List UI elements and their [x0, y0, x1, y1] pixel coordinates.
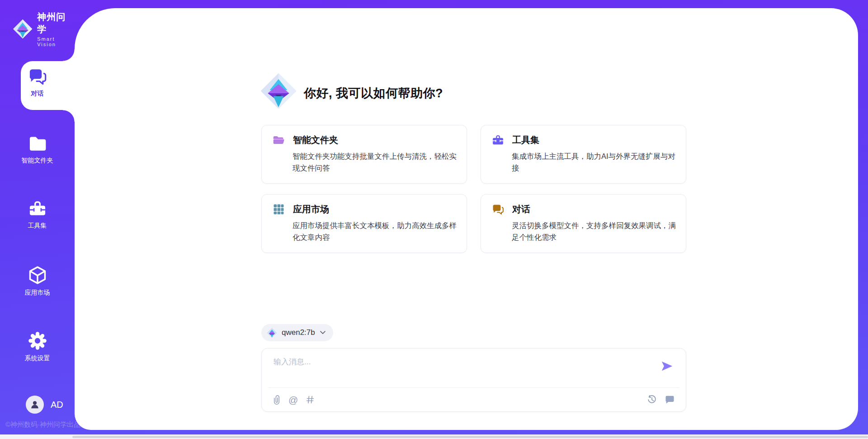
hash-icon	[306, 395, 315, 404]
active-nav-fillet-top	[63, 49, 75, 61]
user-initials: AD	[51, 400, 63, 410]
copyright-text: ©神州数码·神州问学出品	[5, 420, 78, 429]
cube-icon	[28, 265, 47, 285]
chevron-down-icon	[320, 330, 326, 335]
card-title: 智能文件夹	[293, 134, 338, 146]
brand-diamond-icon	[13, 19, 33, 39]
card-title: 工具集	[512, 134, 539, 146]
feature-cards: 智能文件夹 智能文件夹功能支持批量文件上传与清洗，轻松实现文件问答 工具集 集成…	[261, 125, 686, 253]
card-description: 灵活切换多模型文件，支持多样回复效果调试，满足个性化需求	[512, 220, 676, 243]
comment-icon	[665, 395, 675, 405]
send-icon	[660, 360, 674, 372]
message-composer: @	[261, 348, 686, 412]
sidebar-item-label: 智能文件夹	[22, 157, 53, 165]
composer-toolbar: @	[273, 388, 675, 411]
brand-subtitle: Smart Vision	[37, 36, 75, 47]
chat-icon	[28, 67, 47, 86]
sidebar-item-chat[interactable]: 对话	[0, 61, 75, 110]
sidebar-item-smart-folder[interactable]: 智能文件夹	[0, 134, 75, 165]
mention-button[interactable]: @	[288, 395, 298, 405]
active-nav-fillet-bottom	[63, 110, 75, 122]
card-title: 应用市场	[293, 203, 329, 215]
user-account[interactable]: AD	[0, 396, 75, 414]
sidebar: 神州问学 Smart Vision 对话 智能文件夹	[0, 0, 75, 439]
model-name: qwen2:7b	[282, 328, 315, 337]
sidebar-item-app-market[interactable]: 应用市场	[0, 265, 75, 297]
feature-card-app-market[interactable]: 应用市场 应用市场提供丰富长文本模板，助力高效生成多样化文章内容	[261, 194, 467, 253]
folder-icon	[28, 134, 47, 153]
folder-open-icon	[273, 134, 285, 146]
feedback-button[interactable]	[665, 395, 675, 405]
attach-file-button[interactable]	[273, 395, 281, 405]
history-button[interactable]	[647, 395, 657, 405]
message-input[interactable]	[274, 357, 635, 384]
brand-logo: 神州问学 Smart Vision	[13, 11, 75, 47]
model-diamond-icon	[267, 328, 277, 338]
sidebar-item-label: 系统设置	[25, 354, 50, 363]
model-selector[interactable]: qwen2:7b	[261, 324, 333, 341]
avatar	[26, 396, 44, 414]
feature-card-chat[interactable]: 对话 灵活切换多模型文件，支持多样回复效果调试，满足个性化需求	[481, 194, 686, 253]
paperclip-icon	[273, 395, 281, 405]
chat-bubbles-icon	[492, 203, 504, 215]
feature-card-smart-folder[interactable]: 智能文件夹 智能文件夹功能支持批量文件上传与清洗，轻松实现文件问答	[261, 125, 467, 184]
person-icon	[29, 399, 40, 410]
sidebar-item-label: 应用市场	[25, 289, 50, 297]
greeting-diamond-icon	[260, 72, 297, 111]
scrollbar-thumb[interactable]	[72, 436, 868, 438]
card-title: 对话	[512, 203, 530, 215]
card-description: 智能文件夹功能支持批量文件上传与清洗，轻松实现文件问答	[292, 150, 457, 174]
sidebar-item-settings[interactable]: 系统设置	[0, 331, 75, 363]
sidebar-item-label: 对话	[31, 90, 44, 98]
brand-name: 神州问学	[37, 11, 75, 35]
history-icon	[647, 395, 657, 405]
grid-icon	[273, 203, 285, 215]
send-button[interactable]	[660, 359, 674, 373]
feature-card-toolset[interactable]: 工具集 集成市场上主流工具，助力AI与外界无缝扩展与对接	[481, 125, 686, 184]
briefcase-icon	[492, 134, 504, 146]
app-window: 神州问学 Smart Vision 对话 智能文件夹	[0, 0, 868, 439]
horizontal-scrollbar[interactable]	[0, 434, 868, 439]
card-description: 应用市场提供丰富长文本模板，助力高效生成多样化文章内容	[292, 220, 457, 243]
gear-icon	[28, 331, 47, 351]
card-description: 集成市场上主流工具，助力AI与外界无缝扩展与对接	[512, 150, 676, 174]
sidebar-item-toolbox[interactable]: 工具集	[0, 199, 75, 230]
topic-button[interactable]	[306, 395, 315, 404]
greeting-title: 你好, 我可以如何帮助你?	[304, 85, 443, 101]
sidebar-item-label: 工具集	[28, 222, 47, 230]
at-icon: @	[288, 395, 298, 405]
toolbox-icon	[28, 199, 47, 218]
